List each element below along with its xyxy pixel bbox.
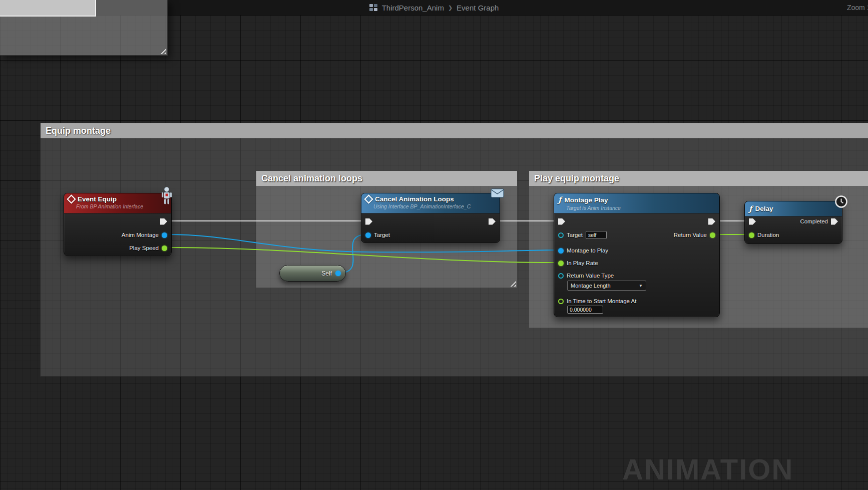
exec-in-pin[interactable] (365, 218, 372, 225)
node-title: Delay (755, 205, 773, 212)
dropdown-value: Montage Length (571, 283, 611, 289)
node-cancel-animation-loops[interactable]: Cancel Animation Loops Using Interface B… (361, 193, 500, 243)
breadcrumb-leaf[interactable]: Event Graph (457, 4, 499, 12)
duration-pin[interactable] (749, 232, 754, 238)
pin-label: In Time to Start Montage At (567, 298, 636, 304)
resize-handle-icon[interactable] (159, 47, 166, 54)
node-subtitle: From BP Animation Interface (76, 203, 166, 209)
chevron-right-icon: ❯ (448, 5, 453, 11)
pin-label: Play Speed (129, 245, 159, 251)
chevron-down-icon: ▼ (639, 284, 643, 288)
exec-out-pin[interactable] (708, 218, 715, 225)
function-icon: ƒ (749, 204, 752, 213)
comment-equip-montage-header[interactable]: Equip montage (41, 123, 868, 138)
pin-label: Target (374, 232, 390, 238)
resize-handle-icon[interactable] (509, 279, 516, 287)
event-diamond-icon (67, 194, 76, 203)
function-icon: ƒ (558, 195, 561, 204)
node-montage-play[interactable]: ƒ Montage Play Target is Anim Instance T… (554, 193, 720, 317)
return-value-type-pin[interactable] (558, 273, 564, 279)
node-title: Montage Play (564, 196, 608, 204)
partial-comment-box-header[interactable] (0, 0, 96, 17)
pin-label: Target (567, 232, 583, 238)
partial-comment-box[interactable] (0, 0, 168, 56)
interface-diamond-icon (364, 194, 373, 203)
exec-in-pin[interactable] (749, 218, 756, 225)
breadcrumb-root[interactable]: ThirdPerson_Anim (382, 4, 444, 12)
latent-clock-icon (834, 195, 848, 208)
node-title: Cancel Animation Loops (375, 195, 454, 203)
pin-label: Completed (800, 218, 828, 224)
comment-title: Play equip montage (534, 173, 619, 184)
breadcrumb: ThirdPerson_Anim ❯ Event Graph (369, 4, 499, 12)
exec-in-pin[interactable] (558, 218, 565, 225)
node-montage-play-header[interactable]: ƒ Montage Play Target is Anim Instance (554, 193, 719, 213)
in-play-rate-pin[interactable] (558, 261, 564, 266)
zoom-level: Zoom 1:1 (847, 4, 868, 12)
node-subtitle: Using Interface BP_AnimationInterface_C (373, 203, 495, 209)
target-pin[interactable] (558, 232, 564, 238)
blueprint-icon (369, 4, 378, 12)
pin-label: Duration (757, 232, 779, 238)
in-time-to-start-pin[interactable] (558, 299, 564, 304)
node-self[interactable]: Self (279, 265, 346, 282)
pin-label: Montage to Play (567, 248, 608, 254)
anim-character-icon (159, 186, 174, 204)
target-value-field[interactable] (586, 231, 607, 239)
self-out-pin[interactable] (335, 271, 341, 276)
interface-message-icon (491, 188, 504, 198)
in-time-value-field[interactable] (567, 306, 603, 314)
comment-title: Cancel animation loops (261, 173, 362, 184)
return-value-pin[interactable] (710, 232, 715, 238)
node-cancel-loops-header[interactable]: Cancel Animation Loops Using Interface B… (361, 193, 500, 213)
exec-out-pin[interactable] (489, 218, 496, 225)
node-subtitle: Target is Anim Instance (566, 205, 714, 211)
exec-out-pin[interactable] (160, 218, 167, 225)
comment-play-equip-header[interactable]: Play equip montage (529, 171, 868, 186)
pin-label: Return Value Type (567, 273, 614, 279)
completed-exec-out-pin[interactable] (831, 218, 838, 225)
play-speed-pin[interactable] (162, 246, 167, 251)
pin-label: Anim Montage (122, 232, 159, 238)
node-title: Event Equip (78, 195, 117, 203)
node-event-equip-header[interactable]: Event Equip From BP Animation Interface (64, 193, 171, 213)
anim-montage-pin[interactable] (162, 232, 167, 238)
target-pin[interactable] (365, 232, 371, 238)
self-label: Self (321, 270, 332, 277)
return-value-type-dropdown[interactable]: Montage Length ▼ (567, 281, 646, 291)
comment-title: Equip montage (46, 126, 111, 136)
comment-cancel-loops-header[interactable]: Cancel animation loops (256, 171, 517, 186)
animation-watermark: ANIMATION (622, 452, 793, 486)
pin-label: In Play Rate (567, 260, 598, 266)
node-delay-header[interactable]: ƒ Delay (745, 201, 842, 216)
node-event-equip[interactable]: Event Equip From BP Animation Interface … (64, 193, 172, 256)
node-delay[interactable]: ƒ Delay Completed Duration (744, 201, 842, 244)
pin-label: Return Value (674, 232, 707, 238)
montage-to-play-pin[interactable] (558, 248, 564, 254)
blueprint-event-graph[interactable]: { "topbar": { "breadcrumb_root": "ThirdP… (0, 0, 868, 490)
